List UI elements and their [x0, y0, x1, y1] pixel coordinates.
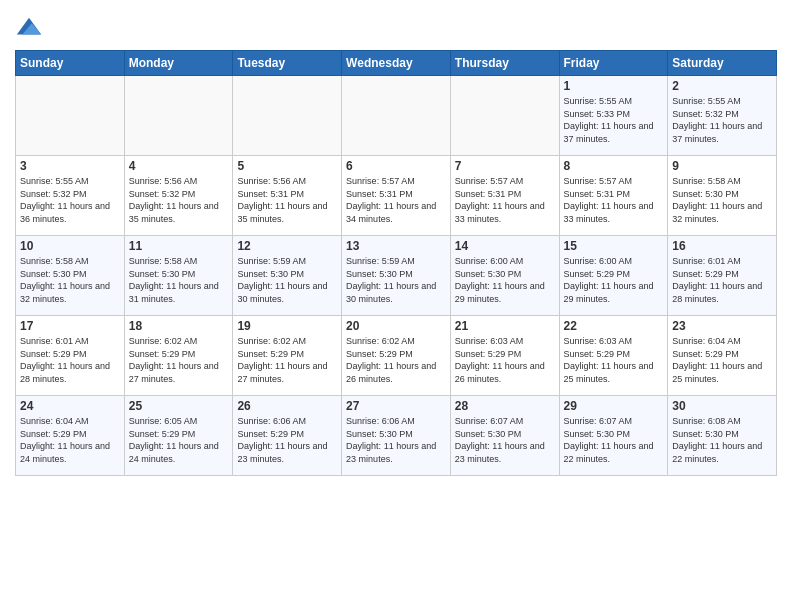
daylight-label: Daylight: 11 hours and 30 minutes.	[237, 281, 327, 304]
sunrise-label: Sunrise: 6:04 AM	[672, 336, 741, 346]
day-number: 13	[346, 239, 446, 253]
sunrise-label: Sunrise: 5:58 AM	[20, 256, 89, 266]
sunset-label: Sunset: 5:32 PM	[129, 189, 196, 199]
daylight-label: Daylight: 11 hours and 27 minutes.	[237, 361, 327, 384]
day-info: Sunrise: 6:02 AMSunset: 5:29 PMDaylight:…	[129, 335, 229, 385]
daylight-label: Daylight: 11 hours and 33 minutes.	[564, 201, 654, 224]
day-info: Sunrise: 5:55 AMSunset: 5:33 PMDaylight:…	[564, 95, 664, 145]
daylight-label: Daylight: 11 hours and 27 minutes.	[129, 361, 219, 384]
week-row-1: 1Sunrise: 5:55 AMSunset: 5:33 PMDaylight…	[16, 76, 777, 156]
sunset-label: Sunset: 5:31 PM	[455, 189, 522, 199]
day-number: 9	[672, 159, 772, 173]
daylight-label: Daylight: 11 hours and 23 minutes.	[455, 441, 545, 464]
day-info: Sunrise: 6:03 AMSunset: 5:29 PMDaylight:…	[564, 335, 664, 385]
week-row-2: 3Sunrise: 5:55 AMSunset: 5:32 PMDaylight…	[16, 156, 777, 236]
sunrise-label: Sunrise: 5:57 AM	[455, 176, 524, 186]
sunrise-label: Sunrise: 6:05 AM	[129, 416, 198, 426]
sunrise-label: Sunrise: 6:01 AM	[672, 256, 741, 266]
day-number: 3	[20, 159, 120, 173]
week-row-4: 17Sunrise: 6:01 AMSunset: 5:29 PMDayligh…	[16, 316, 777, 396]
sunset-label: Sunset: 5:30 PM	[346, 269, 413, 279]
daylight-label: Daylight: 11 hours and 32 minutes.	[20, 281, 110, 304]
daylight-label: Daylight: 11 hours and 29 minutes.	[455, 281, 545, 304]
day-info: Sunrise: 6:07 AMSunset: 5:30 PMDaylight:…	[455, 415, 555, 465]
day-number: 19	[237, 319, 337, 333]
day-info: Sunrise: 5:58 AMSunset: 5:30 PMDaylight:…	[129, 255, 229, 305]
day-cell	[124, 76, 233, 156]
sunset-label: Sunset: 5:29 PM	[129, 429, 196, 439]
daylight-label: Daylight: 11 hours and 29 minutes.	[564, 281, 654, 304]
day-info: Sunrise: 5:57 AMSunset: 5:31 PMDaylight:…	[564, 175, 664, 225]
day-number: 28	[455, 399, 555, 413]
sunset-label: Sunset: 5:30 PM	[346, 429, 413, 439]
daylight-label: Daylight: 11 hours and 35 minutes.	[237, 201, 327, 224]
sunset-label: Sunset: 5:30 PM	[129, 269, 196, 279]
day-cell: 17Sunrise: 6:01 AMSunset: 5:29 PMDayligh…	[16, 316, 125, 396]
day-info: Sunrise: 6:04 AMSunset: 5:29 PMDaylight:…	[20, 415, 120, 465]
day-number: 21	[455, 319, 555, 333]
sunset-label: Sunset: 5:29 PM	[564, 269, 631, 279]
weekday-header-monday: Monday	[124, 51, 233, 76]
sunset-label: Sunset: 5:30 PM	[455, 269, 522, 279]
daylight-label: Daylight: 11 hours and 23 minutes.	[346, 441, 436, 464]
day-cell: 30Sunrise: 6:08 AMSunset: 5:30 PMDayligh…	[668, 396, 777, 476]
sunrise-label: Sunrise: 5:59 AM	[237, 256, 306, 266]
day-number: 18	[129, 319, 229, 333]
sunrise-label: Sunrise: 5:55 AM	[564, 96, 633, 106]
sunset-label: Sunset: 5:32 PM	[672, 109, 739, 119]
day-info: Sunrise: 5:59 AMSunset: 5:30 PMDaylight:…	[346, 255, 446, 305]
sunrise-label: Sunrise: 5:55 AM	[20, 176, 89, 186]
sunset-label: Sunset: 5:29 PM	[455, 349, 522, 359]
sunrise-label: Sunrise: 5:58 AM	[672, 176, 741, 186]
day-cell: 14Sunrise: 6:00 AMSunset: 5:30 PMDayligh…	[450, 236, 559, 316]
day-cell	[16, 76, 125, 156]
daylight-label: Daylight: 11 hours and 26 minutes.	[346, 361, 436, 384]
daylight-label: Daylight: 11 hours and 23 minutes.	[237, 441, 327, 464]
day-cell	[233, 76, 342, 156]
day-info: Sunrise: 5:56 AMSunset: 5:31 PMDaylight:…	[237, 175, 337, 225]
sunset-label: Sunset: 5:29 PM	[672, 269, 739, 279]
sunset-label: Sunset: 5:29 PM	[564, 349, 631, 359]
daylight-label: Daylight: 11 hours and 24 minutes.	[20, 441, 110, 464]
day-cell	[342, 76, 451, 156]
day-cell: 13Sunrise: 5:59 AMSunset: 5:30 PMDayligh…	[342, 236, 451, 316]
weekday-header-friday: Friday	[559, 51, 668, 76]
sunrise-label: Sunrise: 6:02 AM	[129, 336, 198, 346]
daylight-label: Daylight: 11 hours and 22 minutes.	[564, 441, 654, 464]
day-info: Sunrise: 6:06 AMSunset: 5:30 PMDaylight:…	[346, 415, 446, 465]
day-cell: 2Sunrise: 5:55 AMSunset: 5:32 PMDaylight…	[668, 76, 777, 156]
day-info: Sunrise: 6:02 AMSunset: 5:29 PMDaylight:…	[346, 335, 446, 385]
daylight-label: Daylight: 11 hours and 24 minutes.	[129, 441, 219, 464]
day-cell: 27Sunrise: 6:06 AMSunset: 5:30 PMDayligh…	[342, 396, 451, 476]
day-number: 4	[129, 159, 229, 173]
sunrise-label: Sunrise: 6:00 AM	[564, 256, 633, 266]
sunset-label: Sunset: 5:29 PM	[129, 349, 196, 359]
sunset-label: Sunset: 5:31 PM	[564, 189, 631, 199]
sunrise-label: Sunrise: 6:06 AM	[237, 416, 306, 426]
day-cell: 18Sunrise: 6:02 AMSunset: 5:29 PMDayligh…	[124, 316, 233, 396]
day-info: Sunrise: 6:02 AMSunset: 5:29 PMDaylight:…	[237, 335, 337, 385]
day-info: Sunrise: 5:55 AMSunset: 5:32 PMDaylight:…	[672, 95, 772, 145]
daylight-label: Daylight: 11 hours and 25 minutes.	[672, 361, 762, 384]
sunset-label: Sunset: 5:31 PM	[237, 189, 304, 199]
day-number: 27	[346, 399, 446, 413]
sunset-label: Sunset: 5:30 PM	[455, 429, 522, 439]
calendar-table: SundayMondayTuesdayWednesdayThursdayFrid…	[15, 50, 777, 476]
daylight-label: Daylight: 11 hours and 37 minutes.	[564, 121, 654, 144]
day-cell	[450, 76, 559, 156]
weekday-header-sunday: Sunday	[16, 51, 125, 76]
weekday-header-row: SundayMondayTuesdayWednesdayThursdayFrid…	[16, 51, 777, 76]
day-number: 22	[564, 319, 664, 333]
sunrise-label: Sunrise: 5:56 AM	[237, 176, 306, 186]
day-info: Sunrise: 6:04 AMSunset: 5:29 PMDaylight:…	[672, 335, 772, 385]
sunset-label: Sunset: 5:32 PM	[20, 189, 87, 199]
day-number: 11	[129, 239, 229, 253]
day-info: Sunrise: 6:00 AMSunset: 5:30 PMDaylight:…	[455, 255, 555, 305]
day-info: Sunrise: 5:55 AMSunset: 5:32 PMDaylight:…	[20, 175, 120, 225]
day-cell: 24Sunrise: 6:04 AMSunset: 5:29 PMDayligh…	[16, 396, 125, 476]
day-cell: 16Sunrise: 6:01 AMSunset: 5:29 PMDayligh…	[668, 236, 777, 316]
day-cell: 9Sunrise: 5:58 AMSunset: 5:30 PMDaylight…	[668, 156, 777, 236]
day-cell: 29Sunrise: 6:07 AMSunset: 5:30 PMDayligh…	[559, 396, 668, 476]
sunrise-label: Sunrise: 5:57 AM	[346, 176, 415, 186]
weekday-header-thursday: Thursday	[450, 51, 559, 76]
